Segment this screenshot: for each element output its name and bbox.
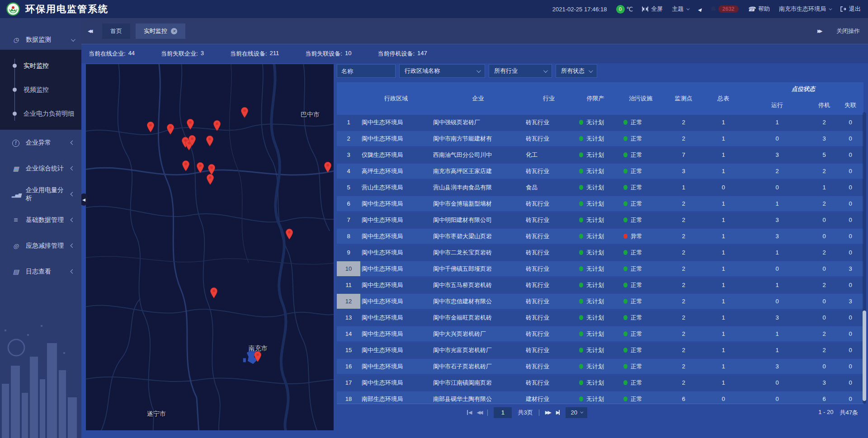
industry-select[interactable]: 所有行业 — [489, 64, 552, 78]
scrollbar-thumb[interactable] — [863, 311, 866, 401]
logout-button[interactable]: 退出 — [840, 5, 861, 13]
cell-region: 阆中生态环境局 — [360, 115, 432, 130]
table-row[interactable]: 13 阆中生态环境局 阆中市金福旺页岩机砖 砖瓦行业 无计划 正常 2 — [337, 310, 863, 325]
cell-monitor-count: 3 — [664, 164, 703, 179]
table-row[interactable]: 7 阆中生态环境局 阆中明阳建材有限公司 砖瓦行业 无计划 正常 2 — [337, 212, 863, 227]
sidebar-item[interactable]: 企业异常 — [0, 130, 81, 155]
notifications-button[interactable]: 2632 — [710, 5, 739, 13]
close-operations-button[interactable]: 关闭操作 — [836, 27, 860, 35]
cell-meter-count: 1 — [703, 278, 743, 292]
table-row[interactable]: 11 阆中生态环境局 阆中市五马桥页岩机砖 砖瓦行业 无计划 正常 2 — [337, 278, 863, 292]
tab-home[interactable]: 首页 — [102, 24, 130, 39]
map-pin-icon[interactable] — [323, 161, 332, 173]
map-pin-icon[interactable] — [146, 121, 155, 132]
chevron-left-icon — [71, 141, 75, 145]
table-row[interactable]: 17 阆中生态环境局 阆中市江南镇阆南页岩 砖瓦行业 无计划 正常 2 — [337, 375, 863, 390]
table-body: 1 阆中生态环境局 阆中强锐页岩砖厂 砖瓦行业 无计划 正常 2 — [337, 115, 863, 404]
map-pin-icon[interactable] — [186, 118, 195, 130]
cell-halt-count: 0 — [811, 310, 837, 325]
tabs-scroll-left-icon[interactable] — [88, 28, 97, 33]
table-row[interactable]: 12 阆中生态环境局 阆中市忠信建材有限公 砖瓦行业 无计划 正常 2 — [337, 294, 863, 309]
table-row[interactable]: 4 高坪生态环境局 南充市高坪区王家店建 砖瓦行业 无计划 正常 3 — [337, 164, 863, 179]
table-row[interactable]: 1 阆中生态环境局 阆中强锐页岩砖厂 砖瓦行业 无计划 正常 2 — [337, 115, 863, 130]
map-pin-icon[interactable] — [188, 135, 197, 146]
cell-run-count: 0 — [743, 375, 811, 390]
last-page-button[interactable]: ▶ — [556, 410, 560, 415]
cell-run-count: 0 — [743, 261, 811, 276]
table-row[interactable]: 18 南部生态环境局 南部县砚华土陶有限公 建材行业 无计划 正常 6 — [337, 391, 863, 404]
map-pin-icon[interactable] — [181, 160, 190, 171]
org-dropdown[interactable]: 南充市生态环境局 — [779, 5, 831, 13]
close-tab-icon[interactable] — [171, 28, 177, 34]
sidebar: 数据监测 实时监控 视频监控 企业电力负荷明细 企业异常 企业综合统计 — [0, 18, 81, 438]
map-pin-icon[interactable] — [285, 228, 293, 240]
table-scrollbar[interactable] — [863, 112, 866, 404]
cell-halt-count: 0 — [811, 229, 837, 244]
table-row[interactable]: 15 阆中生态环境局 阆中市光富页岩机砖厂 砖瓦行业 无计划 正常 2 — [337, 343, 863, 358]
map-pin-icon[interactable] — [206, 174, 215, 185]
map-pin-icon[interactable] — [209, 287, 218, 298]
tab-realtime-monitoring[interactable]: 实时监控 — [136, 24, 185, 39]
cell-industry: 砖瓦行业 — [524, 164, 573, 179]
total-count-text: 共47条 — [840, 409, 858, 417]
sidebar-item[interactable]: 日志查看 — [0, 259, 81, 284]
chevron-down-icon — [476, 68, 481, 73]
prev-page-button[interactable]: ◀◀ — [476, 410, 481, 415]
cell-meter-count: 1 — [703, 164, 743, 179]
cell-industry: 砖瓦行业 — [524, 115, 573, 130]
cell-halt-count: 2 — [811, 245, 837, 260]
map-pin-icon[interactable] — [241, 107, 249, 118]
status-select[interactable]: 所有状态 — [556, 64, 597, 78]
sidebar-subitem[interactable]: 视频监控 — [0, 78, 81, 102]
page-size-select[interactable]: 20 — [566, 407, 587, 418]
next-page-button[interactable]: ▶▶ — [545, 410, 550, 415]
col-header-halt: 停机 — [811, 96, 837, 115]
cell-stop-status: 无计划 — [573, 229, 618, 244]
cell-run-count: 3 — [743, 359, 811, 374]
cell-monitor-count: 2 — [664, 196, 703, 211]
stat-value: 3 — [201, 50, 204, 58]
table-row[interactable]: 3 仪陇生态环境局 西南油气田分公司川中 化工 无计划 正常 7 — [337, 147, 863, 162]
fullscreen-button[interactable]: 全屏 — [642, 5, 663, 13]
cell-lost-count: 0 — [837, 212, 863, 227]
sidebar-item[interactable]: 企业用电量分析 — [0, 181, 81, 207]
first-page-button[interactable]: ◀ — [467, 410, 471, 415]
table-row[interactable]: 16 阆中生态环境局 阆中市石子页岩机砖厂 砖瓦行业 无计划 正常 2 — [337, 359, 863, 374]
map-pin-icon[interactable] — [206, 135, 214, 146]
map-pin-icon[interactable] — [253, 351, 262, 362]
cell-treatment-status: 正常 — [618, 294, 664, 309]
map-panel[interactable]: 巴中市 南充市 遂宁市 — [86, 64, 334, 430]
cell-industry: 砖瓦行业 — [524, 310, 573, 325]
sidebar-item-data-monitoring[interactable]: 数据监测 — [0, 30, 81, 50]
table-row[interactable]: 14 阆中生态环境局 阆中大兴页岩机砖厂 砖瓦行业 无计划 正常 2 — [337, 326, 863, 341]
cell-monitor-count: 2 — [664, 278, 703, 292]
sidebar-item[interactable]: 企业综合统计 — [0, 155, 81, 181]
theme-dropdown[interactable]: 主题 — [672, 5, 689, 13]
sidebar-item[interactable]: 基础数据管理 — [0, 207, 81, 233]
app-title: 环保用电监管系统 — [25, 3, 108, 15]
status-dot — [623, 201, 627, 206]
name-search-input[interactable] — [337, 64, 396, 78]
table-row[interactable]: 9 阆中生态环境局 阆中市二龙长宝页岩砖 砖瓦行业 无计划 正常 2 — [337, 245, 863, 260]
temperature-value: 0 — [616, 5, 625, 14]
table-row[interactable]: 2 阆中生态环境局 阆中市南方节能建材有 砖瓦行业 无计划 正常 2 — [337, 131, 863, 146]
cell-industry: 砖瓦行业 — [524, 294, 573, 309]
cell-stop-status: 无计划 — [573, 391, 618, 404]
map-pin-icon[interactable] — [166, 123, 175, 135]
sidebar-subitem[interactable]: 企业电力负荷明细 — [0, 102, 81, 126]
cell-monitor-count: 2 — [664, 229, 703, 244]
page-number-input[interactable]: 1 — [494, 407, 512, 418]
table-row[interactable]: 5 营山生态环境局 营山县润丰肉食品有限 食品 无计划 正常 1 — [337, 180, 863, 195]
table-row[interactable]: 10 阆中生态环境局 阆中千佛镇五郎垭页岩 砖瓦行业 无计划 正常 2 — [337, 261, 863, 276]
table-row[interactable]: 6 阆中生态环境局 阆中市金博瑞新型墙材 砖瓦行业 无计划 正常 2 — [337, 196, 863, 211]
triangle-left-icon[interactable] — [698, 6, 701, 13]
region-select[interactable]: 行政区域名称 — [399, 64, 485, 78]
sidebar-item[interactable]: 应急减排管理 — [0, 233, 81, 259]
map-pin-icon[interactable] — [212, 120, 221, 131]
temperature-unit: ℃ — [627, 6, 633, 13]
tabs-scroll-right-icon[interactable] — [817, 28, 826, 33]
table-row[interactable]: 8 阆中生态环境局 阆中市枣碧大梁山页岩 砖瓦行业 无计划 异常 2 — [337, 229, 863, 244]
help-button[interactable]: 帮助 — [748, 5, 770, 13]
map-pin-icon[interactable] — [196, 162, 205, 173]
sidebar-subitem[interactable]: 实时监控 — [0, 54, 81, 78]
